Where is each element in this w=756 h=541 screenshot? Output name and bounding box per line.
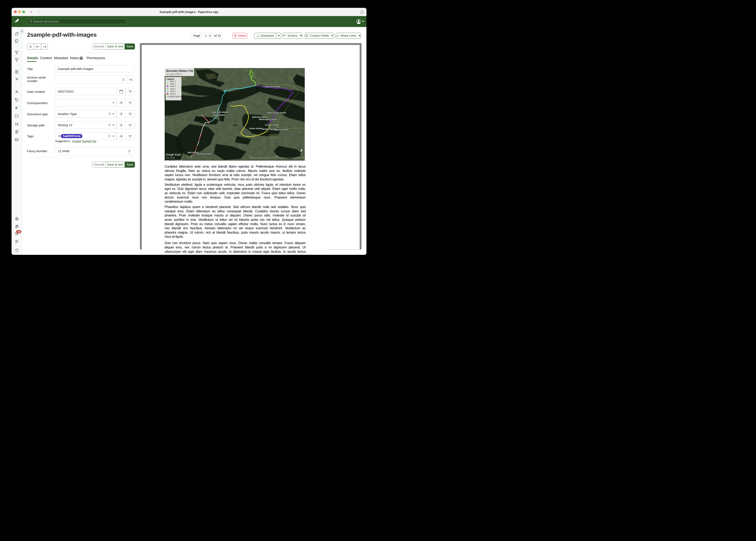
svg-text:Boundary Waters Trip: Boundary Waters Trip bbox=[166, 70, 193, 72]
svg-text:N: N bbox=[300, 153, 302, 156]
svg-text:Entry Point 24: Entry Point 24 bbox=[169, 95, 182, 98]
svg-text:Gary Island: Gary Island bbox=[214, 114, 225, 116]
svg-text:Google Earth: Google Earth bbox=[166, 153, 181, 156]
svg-text:Hausons Island: Hausons Island bbox=[265, 86, 280, 88]
svg-text:Canoe Island: Canoe Island bbox=[249, 127, 262, 130]
svg-text:Day 2: Day 2 bbox=[170, 83, 176, 85]
svg-text:Day 4: Day 4 bbox=[170, 88, 176, 90]
svg-text:Lincoln Island: Lincoln Island bbox=[265, 124, 279, 126]
svg-text:Washington Island: Washington Island bbox=[259, 118, 277, 120]
svg-text:Squirrel Island: Squirrel Island bbox=[274, 129, 288, 131]
svg-text:Day 3: Day 3 bbox=[170, 85, 176, 87]
svg-text:Charlies Island: Charlies Island bbox=[197, 153, 211, 155]
svg-text:Half Dog Island: Half Dog Island bbox=[252, 116, 267, 118]
svg-text:Indian Grave Island: Indian Grave Island bbox=[267, 112, 286, 114]
svg-text:Norway Island: Norway Island bbox=[262, 128, 275, 130]
svg-text:Text: Text bbox=[233, 124, 238, 127]
svg-text:Legend: Legend bbox=[167, 78, 174, 80]
svg-text:Day 1: Day 1 bbox=[170, 80, 176, 82]
svg-text:Six days in BWCA: Six days in BWCA bbox=[166, 73, 182, 75]
svg-text:Image © 2017 DigitalGlobe: Image © 2017 DigitalGlobe bbox=[165, 159, 182, 161]
svg-text:3 mi: 3 mi bbox=[275, 155, 279, 157]
svg-text:Day 6: Day 6 bbox=[170, 93, 176, 95]
svg-text:New York Island: New York Island bbox=[212, 111, 228, 113]
svg-text:Mile Island: Mile Island bbox=[188, 152, 198, 154]
svg-text:© 2017 Google: © 2017 Google bbox=[165, 157, 175, 159]
svg-text:Day 5: Day 5 bbox=[170, 90, 176, 92]
